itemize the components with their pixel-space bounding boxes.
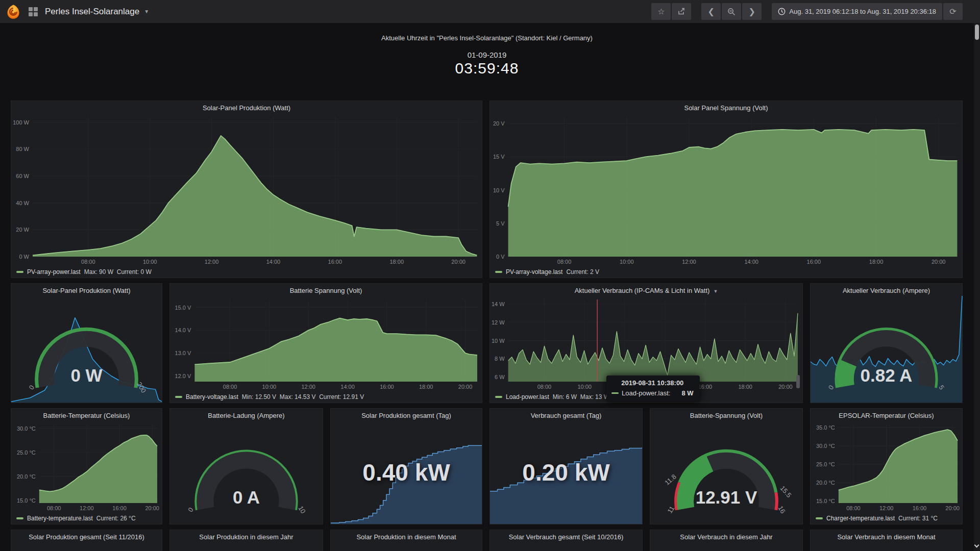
tooltip-value: 8 W [681,389,693,397]
batterie-spannung-gauge[interactable]: 1111.815.51612.91 V [650,421,802,524]
time-forward-button[interactable]: ❯ [742,3,762,20]
panel-title[interactable]: Solar-Panel Produktion (Watt) [11,284,162,296]
svg-text:15.5: 15.5 [778,484,793,499]
clock-header: Aktuelle Uhrzeit in "Perles Insel-Solara… [0,23,974,42]
panel-title[interactable]: Solar Produktion in diesem Jahr [170,530,323,542]
scrollbar-thumb[interactable] [975,24,979,40]
svg-text:20.0 °C: 20.0 °C [816,480,835,486]
panel-title[interactable]: Batterie-Spannung (Volt) [650,409,802,421]
legend-stats: Current: 31 °C [898,515,938,522]
svg-text:10:00: 10:00 [577,384,592,390]
time-range-picker[interactable]: Aug. 31, 2019 06:12:18 to Aug. 31, 2019 … [772,3,942,20]
panel-title[interactable]: Solar Verbrauch in diesem Monat [811,530,962,542]
chart-legend[interactable]: PV-array-voltage.last Current: 2 V [490,266,962,278]
svg-text:20:00: 20:00 [778,384,793,390]
panel-title[interactable]: Aktueller Verbrauch (IP-CAMs & Licht in … [490,284,802,296]
refresh-button[interactable]: ⟳ [943,3,963,20]
legend-series-name[interactable]: Charger-temperature.last [826,515,895,522]
panel-title[interactable]: Batterie Spannung (Volt) [170,284,482,296]
batterie-ladung-gauge[interactable]: 0100 A [170,421,323,524]
legend-series-name[interactable]: Battery-voltage.last [186,393,238,400]
svg-text:5 V: 5 V [496,220,505,227]
panel-title[interactable]: Solar Verbrauch gesamt (Seit 10/2016) [490,530,642,542]
svg-text:10:00: 10:00 [620,259,634,265]
svg-text:15 V: 15 V [493,154,505,160]
panel-menu-caret-icon[interactable]: ▼ [713,289,718,294]
panel-scrollbar-thumb[interactable] [796,375,800,388]
page-scrollbar[interactable] [974,23,980,551]
svg-text:11: 11 [666,505,676,514]
epsolar-temperatur-chart[interactable]: 15.0 °C20.0 °C25.0 °C30.0 °C35.0 °C08:00… [811,421,962,513]
chart-legend[interactable]: PV-array-power.last Max: 90 W Current: 0… [11,266,482,278]
svg-text:12.0 V: 12.0 V [175,373,191,379]
zoom-out-button[interactable] [722,3,741,20]
legend-series-name[interactable]: Battery-temperature.last [27,515,93,522]
time-back-button[interactable]: ❮ [701,3,721,20]
panel-solar-verbrauch-monat: Solar Verbrauch in diesem Monat [810,530,963,551]
panel-title[interactable]: Aktueller Verbrauch (Ampere) [811,284,962,296]
grafana-logo-icon[interactable] [6,4,21,20]
scrollbar-down-arrow-icon[interactable] [974,543,979,548]
panel-aktueller-verbrauch-graph: Aktueller Verbrauch (IP-CAMs & Licht in … [489,283,803,403]
solar-spannung-chart[interactable]: 0 V5 V10 V15 V20 V08:0010:0012:0014:0016… [490,113,962,266]
panel-solar-produktion-jahr: Solar Produktion in diesem Jahr [169,530,323,551]
panel-title[interactable]: Solar-Panel Produktion (Watt) [11,101,482,113]
tooltip-series-dash [611,392,619,394]
chart-legend[interactable]: Charger-temperature.last Current: 31 °C [811,513,962,524]
batterie-temperatur-chart[interactable]: 15.0 °C20.0 °C25.0 °C30.0 °C08:0012:0016… [11,421,162,513]
star-button[interactable]: ☆ [651,3,671,20]
panel-solar-spannung-graph: Solar Panel Spannung (Volt) 0 V5 V10 V15… [489,101,963,278]
panel-batterie-spannung-gauge: Batterie-Spannung (Volt) 1111.815.51612.… [650,408,803,524]
chart-legend[interactable]: Battery-voltage.last Min: 12.50 V Max: 1… [170,391,482,403]
dashboard-grid-icon[interactable] [29,7,38,16]
panel-solar-produktion-tag: Solar Produktion gesamt (Tag) 0.40 kW [330,408,482,524]
panel-title[interactable]: EPSOLAR-Temperatur (Celsius) [811,409,962,421]
svg-text:12:00: 12:00 [80,505,94,511]
dashboard-title-dropdown[interactable]: Perles Insel-Solaranlage ▼ [45,7,149,17]
svg-text:14.0 V: 14.0 V [175,327,191,333]
svg-text:14:00: 14:00 [744,259,758,265]
share-button[interactable] [672,3,691,20]
svg-text:20:00: 20:00 [932,259,946,265]
svg-text:20:00: 20:00 [145,505,159,511]
panel-title[interactable]: Batterie-Temperatur (Celsius) [11,409,162,421]
svg-text:14:00: 14:00 [266,259,281,265]
batterie-spannung-chart[interactable]: 12.0 V13.0 V14.0 V15.0 V08:0010:0012:001… [170,296,482,391]
svg-text:20.0 °C: 20.0 °C [17,473,36,480]
time-range-label: Aug. 31, 2019 06:12:18 to Aug. 31, 2019 … [789,8,936,15]
series-color-dash [16,517,23,519]
clock-icon [778,8,786,15]
solar-produktion-tag-value: 0.40 kW [331,421,482,524]
verbrauch-tag-value: 0.20 kW [490,421,642,524]
svg-text:20:00: 20:00 [451,259,465,265]
svg-text:10 V: 10 V [493,187,505,193]
legend-series-name[interactable]: PV-array-power.last [27,268,81,276]
panel-title[interactable]: Solar Produktion gesamt (Seit 11/2016) [11,530,162,542]
solar-produktion-chart[interactable]: 0 W20 W40 W60 W80 W100 W08:0010:0012:001… [11,113,482,266]
svg-text:80 W: 80 W [16,146,29,152]
svg-text:18:00: 18:00 [419,384,433,390]
chart-legend[interactable]: Battery-temperature.last Current: 26 °C [11,513,162,524]
series-color-dash [495,271,502,273]
panel-title[interactable]: Solar Verbrauch in diesem Jahr [650,530,802,542]
svg-text:60 W: 60 W [16,173,29,179]
legend-stats: Max: 90 W Current: 0 W [84,268,152,276]
panel-aktueller-verbrauch-gauge: Aktueller Verbrauch (Ampere) 050.82 A [810,283,963,403]
solar-produktion-gauge[interactable]: 02000 W [11,296,162,403]
legend-series-name[interactable]: PV-array-voltage.last [506,268,562,276]
graph-tooltip: 2019-08-31 10:38:00 Load-power.last: 8 W [606,375,700,402]
legend-stats: Current: 2 V [566,268,599,276]
panel-title[interactable]: Solar Produktion in diesem Monat [331,530,482,542]
panel-title[interactable]: Solar Produktion gesamt (Tag) [331,409,482,421]
svg-text:20 W: 20 W [16,227,29,233]
panel-solar-produktion-graph: Solar-Panel Produktion (Watt) 0 W20 W40 … [11,101,482,278]
panel-title[interactable]: Verbrauch gesamt (Tag) [490,409,642,421]
aktueller-verbrauch-gauge[interactable]: 050.82 A [811,296,962,403]
panel-title[interactable]: Batterie-Ladung (Ampere) [170,409,323,421]
panel-title[interactable]: Solar Panel Spannung (Volt) [490,101,962,113]
legend-series-name[interactable]: Load-power.last [506,393,549,400]
chevron-left-icon: ❮ [708,7,715,16]
legend-stats: Current: 26 °C [96,515,136,522]
svg-text:08:00: 08:00 [846,505,861,511]
star-icon: ☆ [657,7,665,16]
